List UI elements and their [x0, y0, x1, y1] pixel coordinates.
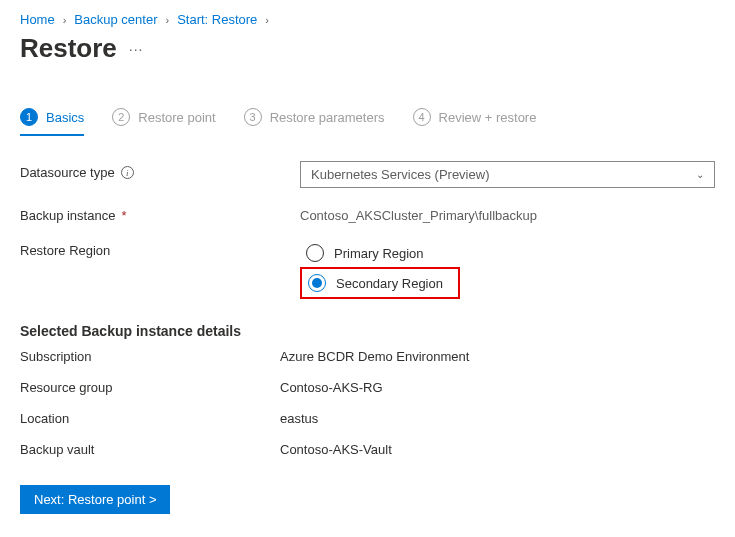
datasource-type-label: Datasource type i [20, 161, 300, 180]
restore-region-label: Restore Region [20, 239, 300, 258]
chevron-right-icon: › [265, 14, 269, 26]
selected-backup-instance-heading: Selected Backup instance details [20, 323, 715, 339]
breadcrumb-home[interactable]: Home [20, 12, 55, 27]
tab-number-icon: 4 [413, 108, 431, 126]
label-text: Datasource type [20, 165, 115, 180]
tab-basics[interactable]: 1 Basics [20, 102, 84, 136]
tab-restore-parameters[interactable]: 3 Restore parameters [244, 102, 385, 136]
backup-vault-label: Backup vault [20, 442, 280, 457]
radio-label: Primary Region [334, 246, 424, 261]
next-restore-point-button[interactable]: Next: Restore point > [20, 485, 170, 514]
location-label: Location [20, 411, 280, 426]
breadcrumb-start-restore[interactable]: Start: Restore [177, 12, 257, 27]
radio-label: Secondary Region [336, 276, 443, 291]
tab-label: Restore parameters [270, 110, 385, 125]
tab-label: Restore point [138, 110, 215, 125]
datasource-type-select[interactable]: Kubernetes Services (Preview) ⌄ [300, 161, 715, 188]
label-text: Backup instance [20, 208, 115, 223]
radio-primary-region[interactable]: Primary Region [300, 239, 715, 267]
label-text: Restore Region [20, 243, 110, 258]
required-asterisk: * [121, 208, 126, 223]
backup-vault-value: Contoso-AKS-Vault [280, 442, 392, 457]
tab-review-restore[interactable]: 4 Review + restore [413, 102, 537, 136]
info-icon[interactable]: i [121, 166, 134, 179]
page-title: Restore [20, 33, 117, 64]
tab-label: Review + restore [439, 110, 537, 125]
location-value: eastus [280, 411, 318, 426]
page-title-row: Restore ··· [20, 33, 715, 64]
resource-group-value: Contoso-AKS-RG [280, 380, 383, 395]
select-value: Kubernetes Services (Preview) [311, 167, 489, 182]
tab-number-icon: 3 [244, 108, 262, 126]
chevron-right-icon: › [63, 14, 67, 26]
tab-number-icon: 2 [112, 108, 130, 126]
subscription-label: Subscription [20, 349, 280, 364]
restore-region-radio-group: Primary Region Secondary Region [300, 239, 715, 299]
backup-instance-label: Backup instance * [20, 204, 300, 223]
radio-icon [306, 244, 324, 262]
chevron-down-icon: ⌄ [696, 169, 704, 180]
backup-instance-value: Contoso_AKSCluster_Primary\fullbackup [300, 204, 715, 223]
wizard-tabs: 1 Basics 2 Restore point 3 Restore param… [20, 102, 715, 137]
subscription-value: Azure BCDR Demo Environment [280, 349, 469, 364]
more-actions-button[interactable]: ··· [129, 41, 144, 57]
breadcrumb-backup-center[interactable]: Backup center [74, 12, 157, 27]
resource-group-label: Resource group [20, 380, 280, 395]
chevron-right-icon: › [165, 14, 169, 26]
tab-restore-point[interactable]: 2 Restore point [112, 102, 215, 136]
radio-icon [308, 274, 326, 292]
tab-number-icon: 1 [20, 108, 38, 126]
breadcrumb: Home › Backup center › Start: Restore › [20, 12, 715, 27]
button-label: Next: Restore point > [34, 492, 156, 507]
tab-label: Basics [46, 110, 84, 125]
radio-secondary-region[interactable]: Secondary Region [300, 267, 460, 299]
